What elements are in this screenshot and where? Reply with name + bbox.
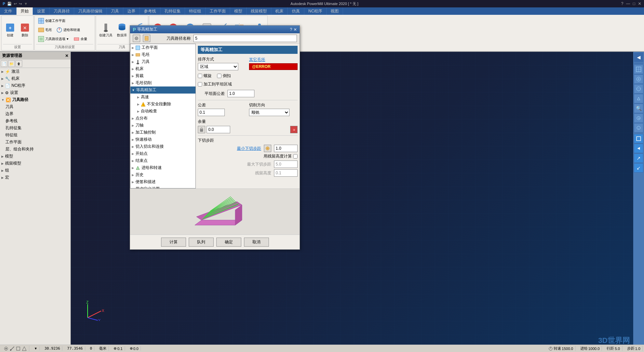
dialog-tree-machinecontrol[interactable]: ▶ 加工轴控制 — [130, 129, 195, 136]
tree-item-featuregroup[interactable]: 特征组 — [0, 132, 70, 139]
tree-item-nc[interactable]: ▶ 📄 NC程序 — [0, 82, 70, 89]
dialog-bookmark-btn[interactable] — [143, 35, 150, 42]
tab-toolpath-edit[interactable]: 刀具路径编辑 — [74, 7, 107, 15]
resource-folder-btn[interactable]: 📁 — [8, 60, 15, 67]
dialog-tree-tool[interactable]: ▶ 刀具 — [130, 58, 195, 65]
right-panel-blue-1[interactable] — [634, 134, 643, 143]
tab-toolpath[interactable]: 刀具路径 — [50, 7, 74, 15]
flat-tol-input[interactable] — [227, 90, 254, 97]
min-stepdown-link[interactable]: 最小下切步距 — [237, 146, 261, 151]
tab-boundary[interactable]: 边界 — [123, 7, 140, 15]
right-view-btn-2[interactable] — [634, 74, 643, 84]
dialog-tree-endpoint[interactable]: ▶ 结束点 — [130, 157, 195, 164]
tree-item-refline[interactable]: 参考线 — [0, 117, 70, 125]
dialog-help-btn[interactable]: ? — [290, 27, 292, 32]
right-view-btn-7[interactable]: - — [634, 123, 643, 133]
tab-sim[interactable]: 仿真 — [288, 7, 304, 15]
resource-delete-btn[interactable]: 🗑 — [16, 60, 22, 67]
tree-item-residual[interactable]: ▶ 残留模型 — [0, 160, 70, 167]
right-view-btn-1[interactable] — [634, 65, 643, 74]
min-stepdown-input[interactable] — [274, 145, 298, 152]
dialog-tree-history[interactable]: ▶ 历史 — [130, 171, 195, 178]
blank-finish-link[interactable]: 其它毛坯 — [249, 57, 298, 63]
tree-item-activate[interactable]: ▶ ⚡ 激活 — [0, 68, 70, 75]
dialog-tree-roughcut[interactable]: ▶ 毛坯切削 — [130, 79, 195, 86]
tree-item-toolpath[interactable]: ▼ 🔀 刀具路径 — [0, 96, 70, 103]
tab-tool[interactable]: 刀具 — [107, 7, 123, 15]
tree-item-macro[interactable]: ▶ 宏 — [0, 174, 70, 181]
cut-dir-select[interactable]: 顺铣 逆铣 任意 — [249, 109, 289, 116]
dialog-tree-unsafe[interactable]: ▶ ! 不安全段删除 — [130, 101, 195, 108]
undercut-label[interactable]: 倒扣 — [217, 73, 231, 79]
calc-footer-btn[interactable]: 计算 — [161, 238, 186, 247]
tab-nc[interactable]: NC程序 — [304, 7, 327, 15]
dialog-tree-startpoint[interactable]: ▶ 开始点 — [130, 150, 195, 157]
residual-input[interactable] — [274, 169, 298, 177]
allowance-btn[interactable]: 余量 — [71, 35, 89, 43]
toolpath-opt-btn[interactable]: 刀具路径选项 ▼ — [36, 35, 71, 43]
toolpath-name-input[interactable] — [193, 35, 297, 42]
allowance-input[interactable] — [207, 126, 230, 133]
tree-item-machine[interactable]: ▶ 🔧 机床 — [0, 75, 70, 82]
dialog-tree-clip[interactable]: ▶ 剪裁 — [130, 72, 195, 79]
tree-item-workplane[interactable]: 工作平面 — [0, 139, 70, 146]
minimize-btn[interactable]: — — [626, 1, 630, 6]
allowance-more-btn[interactable]: ≡ — [290, 126, 298, 133]
tab-start[interactable]: 开始 — [17, 7, 33, 15]
tree-item-layers[interactable]: 层、组合和夹持 — [0, 146, 70, 153]
tab-feature[interactable]: 特征组 — [185, 7, 206, 15]
dialog-tree-machine[interactable]: ▶ 机床 — [130, 65, 195, 72]
dialog-close-btn[interactable]: ✕ — [294, 27, 297, 32]
ok-footer-btn[interactable]: 确定 — [216, 238, 241, 247]
delete-btn[interactable]: ✕ 删除 — [18, 21, 32, 39]
resource-new-btn[interactable]: 📄 — [1, 60, 7, 67]
tree-item-group[interactable]: ▶ 组 — [0, 167, 70, 174]
spiral-label[interactable]: 螺旋 — [198, 73, 212, 79]
right-panel-blue-4[interactable]: ↙ — [634, 163, 643, 173]
dialog-tree-blank[interactable]: ▶ 毛坯 — [130, 51, 195, 58]
cancel-footer-btn[interactable]: 取消 — [244, 238, 269, 247]
dialog-tree-pointdist[interactable]: ▶ 点分布 — [130, 115, 195, 122]
tab-reference[interactable]: 参考线 — [140, 7, 160, 15]
blank-btn[interactable]: 毛坯 — [36, 26, 54, 34]
dialog-tree-feedspeed[interactable]: ▶ 进给和转速 — [130, 164, 195, 171]
close-btn[interactable]: ✕ — [638, 1, 641, 6]
quick-redo[interactable]: ↪ — [19, 2, 22, 6]
dialog-tree-autocheck[interactable]: ▶ 自动检查 — [130, 108, 195, 115]
create-btn[interactable]: + 创建 — [3, 21, 17, 39]
create-tool-btn[interactable]: 创建刀具 — [97, 21, 114, 39]
spiral-checkbox[interactable] — [198, 74, 202, 78]
sort-select[interactable]: 区域 — [198, 63, 238, 70]
tab-machine[interactable]: 机床 — [271, 7, 288, 15]
dialog-tree-workplane[interactable]: ▶ 工作平面 — [130, 44, 195, 51]
help-btn[interactable]: ? — [621, 1, 623, 6]
allowance-lock-btn[interactable] — [198, 126, 205, 133]
right-panel-btn-expand[interactable]: ◀ — [634, 52, 643, 62]
right-panel-blue-2[interactable] — [634, 144, 643, 153]
right-view-btn-5[interactable]: 🔍 — [634, 104, 643, 113]
undercut-checkbox[interactable] — [217, 74, 221, 78]
residual-calc-checkbox[interactable] — [293, 154, 298, 159]
tol-input[interactable] — [198, 109, 225, 116]
flat-area-checkbox[interactable] — [198, 82, 202, 86]
max-stepdown-input[interactable] — [274, 161, 298, 168]
tree-item-holeset[interactable]: 孔特征集 — [0, 125, 70, 132]
dialog-tree-leadin[interactable]: ▶ 切入切出和连接 — [130, 143, 195, 150]
dialog-tree-toolaxis[interactable]: ▶ 刀轴 — [130, 122, 195, 129]
resource-close-btn[interactable]: ✕ — [65, 54, 68, 58]
create-workplane-btn[interactable]: 创建工作平面 — [36, 16, 67, 25]
tab-model[interactable]: 模型 — [230, 7, 247, 15]
right-view-btn-6[interactable]: + — [634, 113, 643, 123]
right-view-btn-4[interactable] — [634, 94, 643, 103]
database-btn[interactable]: 数据库 — [115, 21, 129, 39]
dialog-tree-highspeed[interactable]: ▶ 高速 — [130, 94, 195, 101]
stepdown-pick-btn[interactable] — [264, 145, 271, 152]
maximize-btn[interactable]: □ — [633, 1, 635, 6]
tab-view[interactable]: 视图 — [327, 7, 343, 15]
dialog-tree-finishing[interactable]: ▼ 等高精加工 — [130, 86, 195, 94]
tab-settings[interactable]: 设置 — [33, 7, 50, 15]
tree-item-tool[interactable]: 刀具 — [0, 103, 70, 110]
dialog-tree-rapid[interactable]: ▶ 快速移动 — [130, 136, 195, 143]
tab-hole[interactable]: 孔特征集 — [160, 7, 185, 15]
tab-residual[interactable]: 残留模型 — [247, 7, 271, 15]
